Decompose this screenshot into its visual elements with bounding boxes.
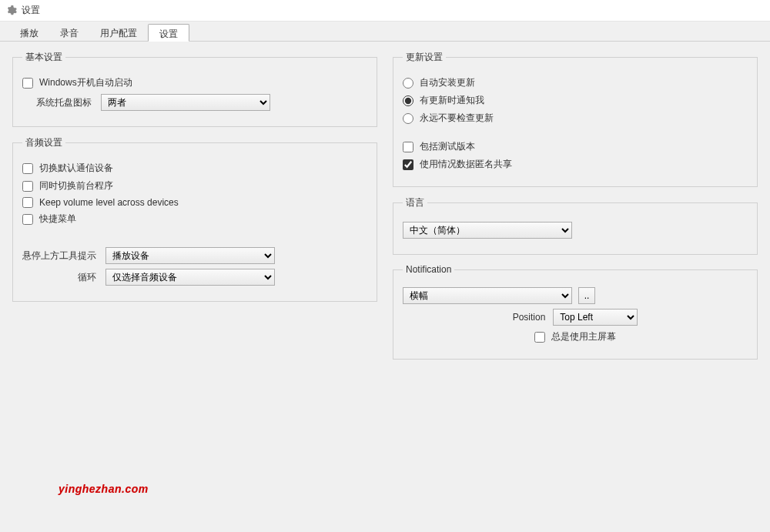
update-never-label: 永远不要检查更新 [420,112,494,125]
tab-playback[interactable]: 播放 [9,24,49,42]
update-auto-label: 自动安装更新 [420,76,475,89]
switch-default-comm-checkbox[interactable] [22,163,33,174]
quick-menu-label: 快捷菜单 [39,212,76,226]
language-select[interactable]: 中文（简体） [403,222,572,239]
window-title: 设置 [22,4,40,17]
primary-screen-checkbox[interactable] [534,332,545,343]
notification-group: Notification 横幅 .. Position Top Left 总是使… [393,264,758,360]
basic-settings-legend: 基本设置 [22,51,65,64]
position-label: Position [513,312,546,323]
autostart-checkbox[interactable] [22,78,33,89]
notification-type-select[interactable]: 横幅 [403,287,572,304]
tray-icon-select[interactable]: 两者 [101,94,270,111]
cycle-label: 循环 [22,271,96,284]
tooltip-label: 悬停上方工具提示 [22,249,96,263]
primary-screen-label: 总是使用主屏幕 [551,330,616,343]
gear-icon [6,5,17,16]
left-column: 基本设置 Windows开机自动启动 系统托盘图标 两者 音频设置 切换默认通信… [12,51,377,523]
tooltip-select[interactable]: 播放设备 [105,247,275,264]
cycle-select[interactable]: 仅选择音频设备 [105,269,275,286]
titlebar: 设置 [0,0,770,22]
audio-settings-legend: 音频设置 [22,136,65,149]
audio-settings-group: 音频设置 切换默认通信设备 同时切换前台程序 Keep volume level… [12,136,377,302]
language-legend: 语言 [403,196,427,209]
telemetry-label: 使用情况数据匿名共享 [420,158,512,171]
autostart-label: Windows开机自动启动 [39,76,132,89]
switch-default-comm-label: 切换默认通信设备 [39,162,113,175]
tab-profiles[interactable]: 用户配置 [89,24,148,42]
keep-volume-label: Keep volume level across devices [39,197,179,208]
update-notify-label: 有更新时通知我 [420,94,484,107]
telemetry-checkbox[interactable] [403,159,413,170]
tab-recording[interactable]: 录音 [49,24,89,42]
watermark: yinghezhan.com [59,483,149,495]
switch-foreground-checkbox[interactable] [22,181,33,192]
right-column: 更新设置 自动安装更新 有更新时通知我 永远不要检查更新 包括测试版本 使用情况… [393,51,758,523]
update-auto-radio[interactable] [403,78,413,89]
update-never-radio[interactable] [403,113,413,124]
quick-menu-checkbox[interactable] [22,214,33,225]
tabs: 播放 录音 用户配置 设置 [0,22,770,42]
notification-legend: Notification [403,264,454,275]
notification-more-button[interactable]: .. [578,287,595,304]
update-settings-group: 更新设置 自动安装更新 有更新时通知我 永远不要检查更新 包括测试版本 使用情况… [393,51,758,187]
include-beta-label: 包括测试版本 [420,140,475,153]
tray-icon-label: 系统托盘图标 [36,96,92,109]
keep-volume-checkbox[interactable] [22,197,33,208]
basic-settings-group: 基本设置 Windows开机自动启动 系统托盘图标 两者 [12,51,377,127]
position-select[interactable]: Top Left [553,309,638,326]
update-notify-radio[interactable] [403,95,413,106]
tab-settings[interactable]: 设置 [148,24,189,42]
update-settings-legend: 更新设置 [403,51,446,64]
switch-foreground-label: 同时切换前台程序 [39,179,113,192]
content-area: 基本设置 Windows开机自动启动 系统托盘图标 两者 音频设置 切换默认通信… [0,42,770,532]
include-beta-checkbox[interactable] [403,142,413,152]
language-group: 语言 中文（简体） [393,196,758,255]
